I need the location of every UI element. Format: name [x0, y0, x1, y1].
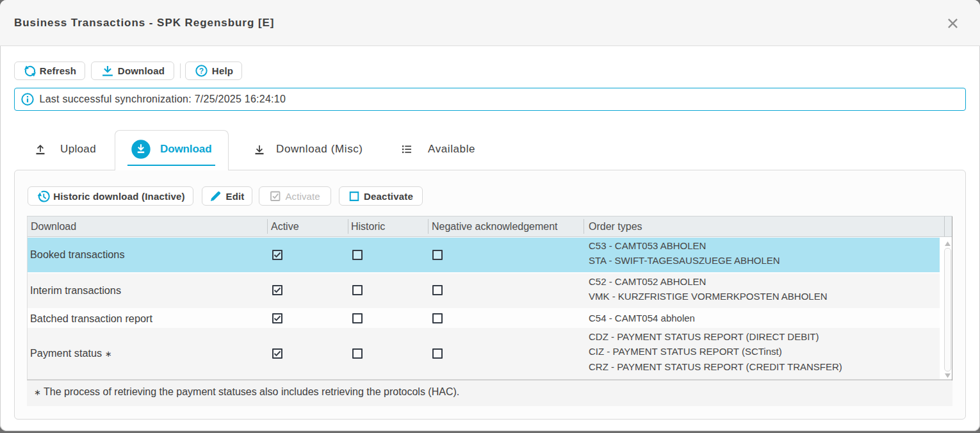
svg-text:?: ? [199, 67, 204, 76]
